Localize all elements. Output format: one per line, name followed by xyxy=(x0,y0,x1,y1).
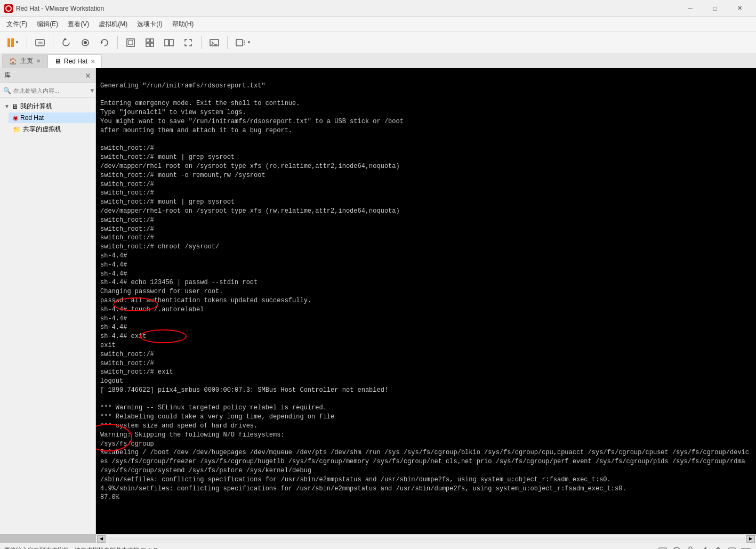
terminal-line-44: 4.9%/sbin/setfiles: conflicting specific… xyxy=(100,485,752,494)
tab-home-close[interactable]: ✕ xyxy=(36,58,41,64)
close-button[interactable]: ✕ xyxy=(727,0,752,17)
terminal-line-32: switch_root:/# xyxy=(100,359,752,368)
tree-item-redhat[interactable]: ◉ Red Hat xyxy=(9,112,95,123)
menu-help[interactable]: 帮助(H) xyxy=(168,18,198,31)
scroll-track[interactable] xyxy=(107,537,745,541)
svg-rect-10 xyxy=(146,43,149,46)
status-icon-display[interactable] xyxy=(726,545,738,550)
send-ctrl-alt-del-button[interactable]: ⌨ xyxy=(31,34,49,51)
settings-icon xyxy=(235,37,246,48)
console-icon xyxy=(209,37,220,48)
svg-point-26 xyxy=(689,547,692,550)
terminal-line-37: *** Warning -- SELinux targeted policy r… xyxy=(100,403,752,413)
split-view-icon xyxy=(164,37,174,48)
tab-redhat-close[interactable]: ✕ xyxy=(91,59,95,64)
terminal-line-23: sh-4.4# echo 123456 | passwd --stdin roo… xyxy=(100,278,752,287)
horizontal-scrollbar[interactable]: ◀ ▶ xyxy=(96,534,756,543)
menu-edit[interactable]: 编辑(E) xyxy=(33,18,62,31)
scroll-left-button[interactable]: ◀ xyxy=(97,535,106,543)
tree-my-computer-label: 我的计算机 xyxy=(20,102,52,111)
terminal-line-4: Type "journalctl" to view system logs. xyxy=(100,108,752,117)
home-icon: 🏠 xyxy=(9,58,17,65)
svg-text:⌨: ⌨ xyxy=(37,42,42,45)
svg-rect-12 xyxy=(165,39,168,46)
sidebar-close-button[interactable]: ✕ xyxy=(85,71,91,80)
terminal-line-36 xyxy=(100,395,752,404)
sidebar-search-dropdown[interactable]: ▼ xyxy=(89,87,95,94)
terminal-line-20: sh-4.4# xyxy=(100,252,752,261)
sidebar-header: 库 ✕ xyxy=(0,68,95,83)
status-icon-network[interactable] xyxy=(685,545,696,550)
computer-icon: 🖥 xyxy=(12,103,18,110)
snapshot-button[interactable] xyxy=(77,34,94,51)
fit-guest-button[interactable] xyxy=(180,34,197,51)
terminal-line-7 xyxy=(100,135,752,144)
status-hint-text: 要将输入定向到该虚拟机，请在虚拟机内部单击或按 Ctrl+G。 xyxy=(4,546,164,549)
tree-group-my-computer: ◉ Red Hat 📁 共享的虚拟机 xyxy=(0,112,95,135)
tree-item-my-computer[interactable]: ▼ 🖥 我的计算机 xyxy=(0,100,95,112)
split-view-button[interactable] xyxy=(160,34,178,51)
tree-item-shared-vms[interactable]: 📁 共享的虚拟机 xyxy=(9,123,95,135)
menu-tabs[interactable]: 选项卡(I) xyxy=(133,18,166,31)
menu-bar: 文件(F) 编辑(E) 查看(V) 虚拟机(M) 选项卡(I) 帮助(H) xyxy=(0,17,756,32)
sidebar-search[interactable]: 🔍 ▼ xyxy=(0,83,95,98)
terminal-line-34: logout xyxy=(100,377,752,386)
full-screen-icon xyxy=(125,37,136,48)
terminal-line-42: Relabeling / /boot /dev /dev/hugepages /… xyxy=(100,448,752,475)
terminal-line-21: sh-4.4# xyxy=(100,261,752,270)
terminal-line-46 xyxy=(100,502,752,511)
toolbar-separator-2 xyxy=(53,36,53,49)
library-title: 库 xyxy=(4,71,11,80)
revert-button[interactable] xyxy=(58,34,75,51)
terminal-area[interactable]: Generating "/run/initramfs/rdsosreport.t… xyxy=(96,68,756,534)
status-icon-keyboard[interactable] xyxy=(740,545,752,550)
terminal-line-45: 87.0% xyxy=(100,493,752,502)
terminal-line-38: *** Relabeling could take a very long ti… xyxy=(100,413,752,422)
menu-file[interactable]: 文件(F) xyxy=(2,18,31,31)
terminal-lines: Generating "/run/initramfs/rdsosreport.t… xyxy=(100,72,752,511)
window-controls: ─ □ ✕ xyxy=(678,0,752,17)
terminal-line-15: /dev/mapper/rhel-root on /sysroot type x… xyxy=(100,207,752,216)
app-icon xyxy=(4,4,13,13)
status-icons xyxy=(657,545,752,550)
menu-vm[interactable]: 虚拟机(M) xyxy=(94,18,132,31)
status-icon-usb[interactable] xyxy=(712,545,724,550)
tab-redhat[interactable]: 🖥 Red Hat ✕ xyxy=(47,54,102,68)
restore-snapshot-button[interactable] xyxy=(96,34,113,51)
status-icon-1[interactable] xyxy=(657,545,669,550)
terminal-line-17: switch_root:/# xyxy=(100,225,752,234)
title-bar: Red Hat - VMware Workstation ─ □ ✕ xyxy=(0,0,756,17)
status-icon-sound[interactable] xyxy=(698,545,710,550)
terminal-line-13: switch_root:/# xyxy=(100,189,752,198)
console-button[interactable] xyxy=(206,34,223,51)
terminal-line-40: Warning: Skipping the following N/O file… xyxy=(100,431,752,440)
terminal-line-39: *** system size and speed of hard drives… xyxy=(100,422,752,431)
tab-home[interactable]: 🏠 主页 ✕ xyxy=(2,54,47,68)
menu-view[interactable]: 查看(V) xyxy=(63,18,93,31)
svg-point-4 xyxy=(84,41,87,44)
pause-button[interactable]: ▼ xyxy=(4,34,22,51)
unity-button[interactable] xyxy=(141,34,158,51)
maximize-button[interactable]: □ xyxy=(703,0,727,17)
sidebar-tree: ▼ 🖥 我的计算机 ◉ Red Hat 📁 共享的虚拟机 xyxy=(0,98,95,534)
tab-home-label: 主页 xyxy=(20,56,33,66)
settings-dropdown-icon: ▼ xyxy=(247,40,251,45)
pause-icon xyxy=(7,38,14,47)
full-screen-button[interactable] xyxy=(122,34,139,51)
sidebar-search-input[interactable] xyxy=(13,87,87,94)
scroll-right-button[interactable]: ▶ xyxy=(746,535,755,543)
toolbar: ▼ ⌨ xyxy=(0,32,756,53)
toolbar-separator-1 xyxy=(27,36,27,49)
unity-icon xyxy=(144,37,155,48)
vm-tab-icon: 🖥 xyxy=(54,58,61,65)
terminal-line-24: Changing password for user root. xyxy=(100,287,752,296)
minimize-button[interactable]: ─ xyxy=(678,0,703,17)
terminal-line-12: switch_root:/# xyxy=(100,180,752,189)
terminal-line-22: sh-4.4# xyxy=(100,270,752,279)
svg-rect-9 xyxy=(150,39,154,42)
settings-button[interactable]: ▼ xyxy=(232,34,254,51)
tree-redhat-label: Red Hat xyxy=(20,114,44,122)
svg-rect-11 xyxy=(150,43,154,46)
status-icon-2[interactable] xyxy=(671,545,682,550)
terminal-line-43: /sbin/setfiles: conflicting specificatio… xyxy=(100,475,752,485)
